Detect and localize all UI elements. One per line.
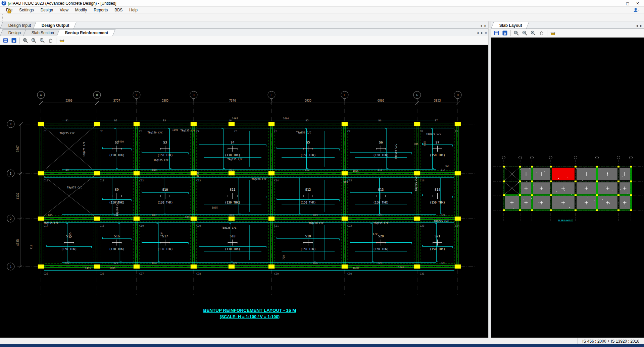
- measure-ruler-icon[interactable]: [549, 29, 557, 37]
- svg-text:(150 THK): (150 THK): [373, 154, 389, 157]
- main-toolbar: #+-?: [0, 13, 644, 21]
- svg-text:C11: C11: [100, 179, 104, 182]
- svg-text:C9: C9: [455, 130, 458, 133]
- zoom-window-icon[interactable]: [21, 37, 30, 44]
- tab-scroll-right-icon[interactable]: ►: [481, 31, 484, 35]
- svg-text:B6: B6: [378, 119, 382, 122]
- svg-text:1600: 1600: [283, 117, 289, 120]
- svg-text:C19: C19: [139, 224, 144, 227]
- svg-text:T8@275 C/C: T8@275 C/C: [59, 132, 75, 135]
- svg-text:(150 THK): (150 THK): [430, 247, 445, 251]
- save-drawing-icon[interactable]: [1, 37, 10, 44]
- tab-label: Bentup Reinforcement: [65, 31, 108, 35]
- svg-text:T8@275 C/C: T8@275 C/C: [67, 186, 82, 189]
- tab-design-output[interactable]: Design Output: [33, 22, 77, 28]
- menu-view[interactable]: View: [56, 7, 72, 13]
- svg-text:B23: B23: [113, 262, 118, 265]
- svg-text:C1: C1: [44, 130, 47, 133]
- toolbar-separator: [56, 38, 56, 44]
- pan-hand-icon[interactable]: [46, 37, 55, 44]
- svg-text:C25: C25: [44, 272, 48, 275]
- tab-scroll-left-icon[interactable]: ◄: [480, 24, 483, 27]
- svg-text:(150 THK): (150 THK): [61, 247, 77, 251]
- save-drawing-icon[interactable]: [492, 29, 501, 37]
- measure-ruler-icon[interactable]: [58, 37, 66, 44]
- svg-text:985: 985: [414, 142, 418, 146]
- tab-scroll-right-icon[interactable]: ►: [640, 24, 643, 27]
- menu-modify[interactable]: Modify: [72, 7, 90, 13]
- tab-close-icon[interactable]: ×: [485, 31, 487, 35]
- svg-text:C7: C7: [347, 130, 350, 133]
- app-window: STAAD RCDC 2023 (Advanced Concrete Desig…: [0, 0, 644, 347]
- svg-text:1: 1: [10, 265, 11, 269]
- export-metafile-icon[interactable]: μ: [10, 37, 18, 44]
- svg-text:(150 THK): (150 THK): [300, 201, 316, 204]
- pane-splitter[interactable]: [488, 21, 491, 338]
- statusbar: IS 456 : 2000 + IS 13920 : 2016: [0, 338, 644, 344]
- svg-text:710: 710: [30, 245, 33, 249]
- tab-bentup-reinforcement[interactable]: Bentup Reinforcement: [57, 29, 115, 36]
- close-button[interactable]: ✕: [633, 0, 643, 6]
- svg-text:C27: C27: [139, 272, 144, 275]
- design-output-pane: Design InputDesign Output ◄ ► DesignSlab…: [0, 21, 488, 338]
- pan-hand-icon[interactable]: [537, 29, 546, 37]
- menu-help[interactable]: Help: [126, 7, 141, 13]
- menu-reports[interactable]: Reports: [90, 7, 111, 13]
- svg-text:(130 THK): (130 THK): [225, 201, 240, 204]
- svg-text:B7: B7: [435, 119, 438, 122]
- zoom-window-icon[interactable]: [512, 29, 521, 37]
- svg-text:T8@100 C/C: T8@100 C/C: [116, 201, 119, 216]
- menu-settings[interactable]: Settings: [16, 7, 37, 13]
- svg-text:S5: S5: [306, 140, 310, 144]
- svg-text:4535: 4535: [16, 239, 19, 246]
- svg-text:(150 THK): (150 THK): [373, 247, 389, 251]
- svg-text:4: 4: [10, 123, 11, 126]
- svg-text:BENTUP REINFORCEMENT LAYOUT -: BENTUP REINFORCEMENT LAYOUT - 16 M: [203, 308, 296, 313]
- tab-slab-section[interactable]: Slab Section: [23, 29, 61, 36]
- svg-text:7370: 7370: [229, 99, 236, 102]
- zoom-extents-icon[interactable]: [30, 37, 38, 44]
- slab-layout-canvas[interactable]: SLAB LAYOUT: [491, 38, 644, 338]
- svg-text:3767: 3767: [16, 145, 19, 152]
- svg-text:B10: B10: [152, 168, 157, 171]
- zoom-dynamic-icon[interactable]: [529, 29, 537, 37]
- run-design-icon[interactable]: [5, 0, 13, 8]
- lock-design-icon[interactable]: [5, 8, 13, 15]
- workspace: Design InputDesign Output ◄ ► DesignSlab…: [0, 21, 644, 338]
- zoom-extents-icon[interactable]: [521, 29, 529, 37]
- toolbar-grip: [2, 14, 4, 20]
- svg-text:T8@150 C/C: T8@150 C/C: [147, 131, 162, 134]
- svg-text:3: 3: [10, 172, 11, 175]
- svg-text:2: 2: [10, 217, 11, 221]
- drawing-canvas[interactable]: ABCDEFGH53003757538573706935686238534321…: [0, 45, 488, 338]
- zoom-dynamic-icon[interactable]: [38, 37, 46, 44]
- slab-layout-pane: Slab Layout ◄ ► μ SLAB LAYOUT: [491, 21, 644, 338]
- tab-design-input[interactable]: Design Input: [0, 22, 38, 28]
- svg-text:T8@155 C/C: T8@155 C/C: [43, 222, 58, 225]
- svg-text:720: 720: [282, 255, 285, 260]
- menu-bbs[interactable]: BBS: [111, 7, 126, 13]
- tab-scroll-right-icon[interactable]: ►: [484, 24, 487, 27]
- tab-scroll-left-icon[interactable]: ◄: [635, 24, 638, 27]
- svg-text:(130 THK): (130 THK): [157, 201, 173, 204]
- svg-text:5385: 5385: [162, 99, 168, 102]
- minimize-button[interactable]: —: [612, 0, 623, 6]
- user-account-icon[interactable]: [631, 7, 642, 13]
- maximize-button[interactable]: ▢: [623, 0, 633, 6]
- menu-design[interactable]: Design: [37, 7, 56, 13]
- tab-slab-layout[interactable]: Slab Layout: [491, 22, 529, 28]
- svg-text:1605: 1605: [398, 266, 404, 269]
- svg-text:B27: B27: [378, 262, 382, 265]
- svg-text:C12: C12: [139, 179, 144, 182]
- tab-scroll-left-icon[interactable]: ◄: [476, 31, 479, 35]
- svg-text:C4: C4: [196, 130, 200, 133]
- svg-text:B20: B20: [378, 214, 382, 217]
- tab-label: Design Output: [42, 23, 69, 28]
- svg-text:(130 THK): (130 THK): [225, 154, 240, 157]
- svg-text:B2: B2: [114, 119, 117, 122]
- svg-text:S20: S20: [378, 234, 384, 238]
- export-metafile-icon[interactable]: μ: [501, 29, 509, 37]
- svg-text:16@125 C/C: 16@125 C/C: [153, 159, 168, 162]
- tab-label: Slab Layout: [499, 23, 522, 28]
- svg-text:C23: C23: [420, 224, 425, 227]
